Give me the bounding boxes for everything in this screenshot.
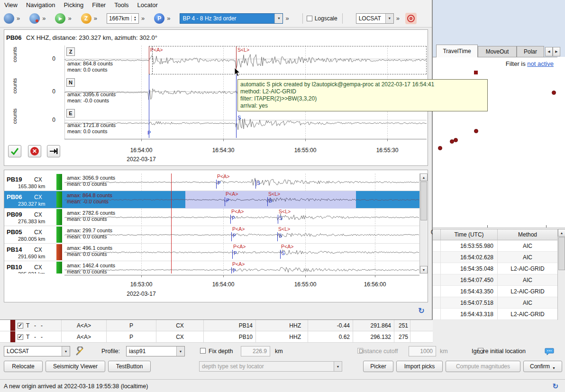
depth-type-combobox[interactable]: depth type set by locator▼ <box>199 361 342 372</box>
waveform[interactable] <box>64 191 419 209</box>
scroll-up-arrow[interactable]: ▲ <box>558 229 565 237</box>
s-pick-line[interactable] <box>278 215 278 224</box>
test-button[interactable]: TestButton <box>108 361 151 372</box>
trace-list-scrollbar[interactable]: ▲ ▼ <box>419 173 427 273</box>
trace-list-row-pb09[interactable]: PB09 CX 276.383 km amax: 2782.6 counts m… <box>4 209 419 226</box>
locator-combobox[interactable]: LOCSAT▼ <box>4 346 70 356</box>
arrival-row[interactable]: 16:54:43.350L2-AIC-GRID <box>433 286 557 297</box>
menu-navigation[interactable]: Navigation <box>22 0 59 9</box>
s-pick-label[interactable]: S <box>237 115 241 120</box>
p-pick-line[interactable] <box>230 215 231 224</box>
toolbar-extension-chevron[interactable]: » <box>396 15 400 22</box>
trace-list-row-pb06-selected[interactable]: PB06 CX 230.327 km amax: 864.8 counts me… <box>4 191 419 209</box>
time-window-spinbox[interactable]: 1667km ▲▼ <box>107 13 139 24</box>
profile-combobox[interactable]: iasp91▼ <box>126 346 185 356</box>
tab-traveltime[interactable]: TravelTime <box>436 45 478 57</box>
trace-list-row-pb05[interactable]: PB05 CX 280.005 km amax: 299.7 counts me… <box>4 226 419 244</box>
toolbar-extension-chevron[interactable]: » <box>141 15 145 22</box>
auto-s-pick-label[interactable]: S<L> <box>278 226 290 232</box>
status-refresh-icon[interactable]: ↻ <box>552 382 558 391</box>
toolbar-extension-chevron[interactable]: » <box>42 15 46 22</box>
confirm-button[interactable]: Confirm▼ <box>523 361 562 372</box>
phase-p-icon[interactable]: P <box>154 13 164 24</box>
tab-scroll-left-arrow[interactable]: ◀ <box>545 47 553 56</box>
auto-p-pick-label[interactable]: P<A> <box>231 209 244 214</box>
p-pick-line[interactable] <box>232 250 233 259</box>
arrival-row[interactable]: 16:53:55.980AIC <box>433 240 557 252</box>
toolbar-extension-chevron[interactable]: » <box>17 15 20 22</box>
zoom-selection-rect[interactable] <box>149 46 427 74</box>
logscale-checkbox[interactable] <box>307 16 312 21</box>
arrival-row[interactable]: 16:54:07.450AIC <box>433 274 557 286</box>
relocate-green-icon[interactable]: ▶ <box>55 13 65 24</box>
import-picks-button[interactable]: Import picks <box>396 361 443 372</box>
toolbar-extension-chevron[interactable]: » <box>167 15 170 22</box>
trace-list-row-pb10[interactable]: PB10 CX 295.921 km amax: 1462.4 counts m… <box>4 261 419 273</box>
trace-list-row-pb14[interactable]: PB14 CX 291.690 km amax: 496.1 counts me… <box>4 244 419 261</box>
auto-s-pick-label[interactable]: S<L> <box>237 47 249 53</box>
scrollbar-thumb[interactable] <box>420 182 427 220</box>
comment-button[interactable] <box>543 346 556 357</box>
p-pick-line[interactable] <box>231 267 232 273</box>
menu-picking[interactable]: Picking <box>59 0 88 9</box>
refresh-view-icon[interactable]: ↻ <box>415 305 428 316</box>
p-pick-line[interactable] <box>149 74 149 138</box>
p-pick-line[interactable] <box>225 197 225 206</box>
menu-view[interactable]: View <box>0 0 22 9</box>
reject-pick-button[interactable]: ✕ <box>28 145 41 157</box>
auto-s-pick-label[interactable]: S<L> <box>268 191 280 197</box>
component-z-icon[interactable]: Z <box>81 13 91 24</box>
p-pick-label[interactable]: P <box>147 130 151 136</box>
arrival-row-pb10[interactable]: T - - A<A> P CX PB10 HHZ 0.62 296.132 27… <box>0 331 433 343</box>
toolbar-extension-chevron[interactable]: » <box>285 15 289 22</box>
menu-filter[interactable]: Filter <box>88 0 110 9</box>
auto-s-pick-label[interactable]: S<L> <box>279 209 291 214</box>
tab-scroll-right-arrow[interactable]: ▶ <box>553 47 560 56</box>
spinbox-arrows[interactable]: ▲▼ <box>131 16 138 21</box>
filter-status-link[interactable]: not active <box>527 60 554 67</box>
trace-list-row-pb19[interactable]: PB19 CX 165.380 km amax: 3056.9 counts m… <box>4 173 419 191</box>
scrollbar-thumb[interactable] <box>558 237 565 270</box>
auto-pick-label[interactable]: P<A> <box>281 244 293 249</box>
seismicity-viewer-button[interactable]: Seismicity Viewer <box>46 361 105 372</box>
column-header-time[interactable]: Time (UTC) <box>441 229 498 240</box>
picker-button[interactable]: Picker <box>363 361 393 372</box>
map-sphere-icon[interactable] <box>29 13 40 24</box>
p-pick-line[interactable] <box>231 232 232 241</box>
column-header-method[interactable]: Method <box>498 229 557 240</box>
auto-p-pick-label[interactable]: P<A> <box>232 261 245 267</box>
s-pick-line[interactable] <box>280 250 281 259</box>
s-pick-line[interactable] <box>236 74 237 138</box>
locator-settings-button[interactable] <box>74 346 86 357</box>
arrival-used-checkbox[interactable] <box>18 334 23 340</box>
tab-moveout[interactable]: MoveOut <box>478 46 517 57</box>
waveform-e[interactable] <box>64 108 427 139</box>
toolbar-extension-chevron[interactable]: » <box>68 15 71 22</box>
auto-p-pick-label[interactable]: P<A> <box>233 244 246 249</box>
s-pick-line[interactable] <box>277 232 278 241</box>
apply-next-button[interactable] <box>47 145 60 157</box>
toolbar-extension-chevron[interactable]: » <box>94 15 97 22</box>
menu-locator[interactable]: Locator <box>133 0 162 9</box>
compute-magnitudes-button[interactable]: Compute magnitudes <box>446 361 520 372</box>
p-pick-line[interactable] <box>216 180 217 189</box>
arrival-row[interactable]: 16:54:02.628AIC <box>433 252 557 263</box>
locator-combobox-toolbar[interactable]: LOCSAT ▼ <box>356 13 394 24</box>
s-pick-line[interactable] <box>255 180 256 189</box>
relocate-button[interactable]: Relocate <box>4 361 43 372</box>
scroll-up-arrow[interactable]: ▲ <box>420 173 428 181</box>
arrival-used-checkbox[interactable] <box>18 323 23 328</box>
auto-p-pick-label[interactable]: P<A> <box>232 226 245 232</box>
commit-target-icon[interactable] <box>405 13 417 24</box>
arrival-row[interactable]: 16:54:07.518AIC <box>433 297 557 309</box>
arrival-row[interactable]: 16:54:35.048L2-AIC-GRID <box>433 263 557 274</box>
arrival-row[interactable]: 16:54:43.318L2-AIC-GRID <box>433 309 557 320</box>
s-pick-line[interactable] <box>267 197 268 206</box>
fix-depth-checkbox[interactable] <box>200 348 206 354</box>
accept-pick-button[interactable] <box>8 145 21 157</box>
cutoff-input[interactable]: 1000 <box>409 346 436 356</box>
depth-input[interactable]: 226.9 <box>241 346 270 356</box>
auto-p-pick-label[interactable]: P<A> <box>217 173 229 179</box>
auto-p-pick-line[interactable] <box>149 46 149 74</box>
auto-p-pick-label[interactable]: P<A> <box>150 47 163 53</box>
